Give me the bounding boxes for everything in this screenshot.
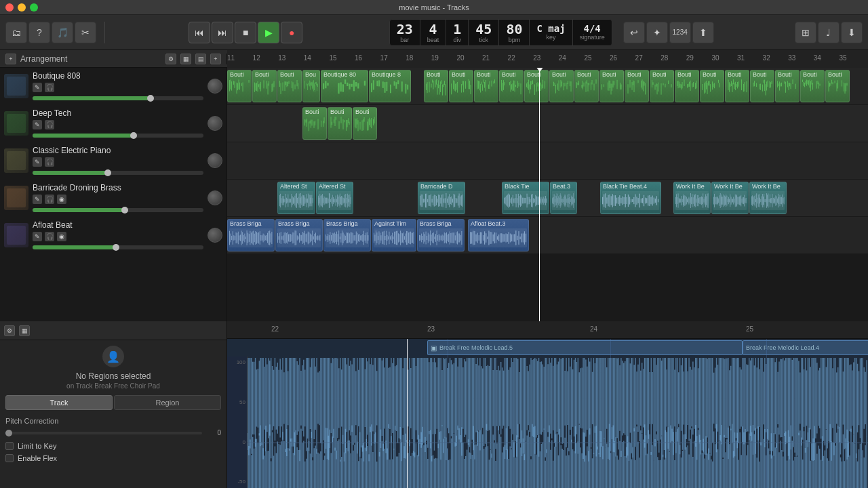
clip-boutique808-14[interactable]: Bouti: [625, 70, 649, 102]
clip-boutique808-19[interactable]: Bouti: [750, 70, 774, 102]
clip-barricade-0[interactable]: Altered St: [277, 182, 315, 214]
clip-barricade-4[interactable]: Beat.3: [550, 182, 577, 214]
track-volume-classicpiano[interactable]: [33, 169, 203, 176]
media-browser-button[interactable]: 🎵: [52, 22, 73, 43]
clip-boutique808-5[interactable]: Boutique 8: [369, 70, 411, 102]
enable-flex-checkbox[interactable]: [5, 454, 14, 462]
clip-boutique808-7[interactable]: Bouti: [449, 70, 473, 102]
arrangement-view[interactable]: ▤: [195, 54, 206, 64]
track-item-barricade[interactable]: Barricade Droning Brass ✎ 🎧 ◉: [0, 180, 226, 217]
track-solo-barricade[interactable]: 🎧: [45, 195, 54, 204]
track-item-classicpiano[interactable]: Classic Electric Piano ✎ 🎧: [0, 142, 226, 180]
rewind-button[interactable]: ⏮: [189, 22, 210, 43]
play-button[interactable]: ▶: [258, 22, 279, 43]
clip-afloatbeat-2[interactable]: Brass Briga: [323, 219, 371, 251]
track-mute-afloatbeat[interactable]: ✎: [33, 232, 42, 241]
tuner-button[interactable]: ✦: [646, 22, 668, 43]
track-knob-barricade[interactable]: [208, 190, 222, 205]
pitch-slider[interactable]: [5, 432, 202, 434]
scissors-button[interactable]: ✂: [75, 22, 96, 43]
clip-boutique808-9[interactable]: Bouti: [499, 70, 524, 102]
track-solo-deeptech[interactable]: 🎧: [45, 120, 54, 129]
tab-region[interactable]: Region: [114, 395, 221, 410]
clip-boutique808-21[interactable]: Bouti: [800, 70, 825, 102]
file-button[interactable]: 🗂: [5, 22, 27, 43]
clip-boutique808-16[interactable]: Bouti: [675, 70, 699, 102]
clip-boutique808-22[interactable]: Bouti: [825, 70, 850, 102]
clip-barricade-7[interactable]: Work It Be: [711, 182, 749, 214]
clip-boutique808-3[interactable]: Bou: [302, 70, 320, 102]
track-volume-afloatbeat[interactable]: [33, 244, 203, 251]
track-knob-deeptech[interactable]: [208, 116, 222, 131]
minimize-button[interactable]: [18, 3, 26, 12]
clip-afloatbeat-3[interactable]: Against Tim: [372, 219, 416, 251]
clip-boutique808-12[interactable]: Bouti: [574, 70, 599, 102]
clip-barricade-3[interactable]: Black Tie: [502, 182, 549, 214]
track-mute-barricade[interactable]: ✎: [33, 195, 42, 204]
track-volume-deeptech[interactable]: [33, 132, 203, 139]
share-button[interactable]: ⬇: [841, 22, 863, 43]
counter-button[interactable]: 1234: [669, 22, 691, 43]
clip-boutique808-11[interactable]: Bouti: [549, 70, 574, 102]
track-knob-afloatbeat[interactable]: [208, 228, 222, 243]
clip-boutique808-0[interactable]: Bouti: [227, 70, 252, 102]
clip-boutique808-4[interactable]: Boutique 80: [321, 70, 368, 102]
track-item-boutique808[interactable]: Boutique 808 ✎ 🎧: [0, 68, 226, 105]
arrangement-filter[interactable]: ▦: [180, 54, 191, 64]
track-solo-afloatbeat[interactable]: 🎧: [45, 232, 54, 241]
track-knob-boutique808[interactable]: [208, 79, 222, 94]
clip-barricade-5[interactable]: Black Tie Beat.4: [600, 182, 661, 214]
clip-afloatbeat-5[interactable]: Afloat Beat.3: [468, 219, 529, 251]
record-button[interactable]: ●: [281, 22, 302, 43]
track-mute-classicpiano[interactable]: ✎: [33, 157, 42, 167]
tracks-scroll-area[interactable]: BoutiBoutiBoutiBouBoutique 80Boutique 8B…: [227, 68, 868, 321]
clip-boutique808-1[interactable]: Bouti: [252, 70, 277, 102]
fastforward-button[interactable]: ⏭: [212, 22, 233, 43]
track-knob-classicpiano[interactable]: [208, 153, 222, 168]
track-mono-afloatbeat[interactable]: ◉: [57, 232, 66, 241]
bottom-settings-btn[interactable]: ⚙: [4, 325, 15, 336]
limit-to-key-checkbox[interactable]: [5, 442, 14, 450]
clip-barricade-6[interactable]: Work It Be: [673, 182, 711, 214]
help-button[interactable]: ?: [28, 22, 50, 43]
track-volume-barricade[interactable]: [33, 207, 203, 214]
track-volume-boutique808[interactable]: [33, 95, 203, 102]
track-item-deeptech[interactable]: Deep Tech ✎ 🎧: [0, 105, 226, 142]
clip-boutique808-20[interactable]: Bouti: [775, 70, 800, 102]
export-button[interactable]: ⬆: [692, 22, 714, 43]
stop-button[interactable]: ■: [235, 22, 256, 43]
clip-deeptech-1[interactable]: Bouti: [328, 107, 352, 140]
clip-boutique808-2[interactable]: Bouti: [277, 70, 302, 102]
mixer-button[interactable]: ⊞: [795, 22, 816, 43]
track-mute-boutique808[interactable]: ✎: [33, 83, 42, 92]
clip-afloatbeat-1[interactable]: Brass Briga: [275, 219, 323, 251]
piano-button[interactable]: ♩: [818, 22, 840, 43]
clip-boutique808-6[interactable]: Bouti: [424, 70, 448, 102]
close-button[interactable]: [5, 3, 14, 12]
track-solo-boutique808[interactable]: 🎧: [45, 83, 54, 92]
fullscreen-button[interactable]: [30, 3, 38, 12]
track-solo-classicpiano[interactable]: 🎧: [45, 157, 54, 167]
track-mono-barricade[interactable]: ◉: [57, 195, 66, 204]
clip-afloatbeat-0[interactable]: Brass Briga: [227, 219, 275, 251]
bottom-filter-btn[interactable]: ▦: [19, 325, 30, 336]
clip-boutique808-13[interactable]: Bouti: [599, 70, 624, 102]
add-arrangement-button[interactable]: +: [210, 54, 221, 64]
tab-track[interactable]: Track: [5, 395, 113, 410]
cycle-button[interactable]: ↩: [623, 22, 645, 43]
clip-barricade-8[interactable]: Work It Be: [749, 182, 787, 214]
clip-deeptech-0[interactable]: Bouti: [302, 107, 327, 140]
waveform-clip-bar-0[interactable]: ▣Break Free Melodic Lead.5: [427, 340, 743, 355]
clip-boutique808-15[interactable]: Bouti: [650, 70, 674, 102]
track-item-afloatbeat[interactable]: Afloat Beat ✎ 🎧 ◉: [0, 217, 226, 254]
clip-boutique808-8[interactable]: Bouti: [474, 70, 498, 102]
clip-afloatbeat-4[interactable]: Brass Briga: [417, 219, 465, 251]
clip-boutique808-18[interactable]: Bouti: [725, 70, 749, 102]
arrangement-settings[interactable]: ⚙: [165, 54, 176, 64]
clip-deeptech-2[interactable]: Bouti: [353, 107, 377, 140]
clip-boutique808-17[interactable]: Bouti: [700, 70, 724, 102]
clip-barricade-2[interactable]: Barricade D: [418, 182, 465, 214]
clip-barricade-1[interactable]: Altered St: [316, 182, 353, 214]
track-mute-deeptech[interactable]: ✎: [33, 120, 42, 129]
waveform-clip-bar-1[interactable]: Break Free Melodic Lead.4: [743, 340, 868, 355]
